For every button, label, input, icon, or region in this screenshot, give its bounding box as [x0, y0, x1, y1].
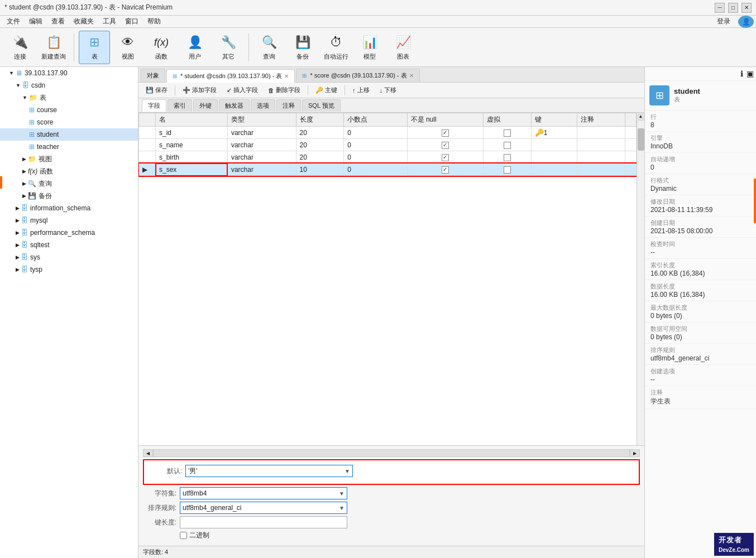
cell-virtual[interactable] [484, 139, 532, 151]
cell-name[interactable]: s_sex [156, 163, 228, 176]
keylength-input[interactable] [180, 516, 347, 528]
toolbar-backup[interactable]: 💾 备份 [287, 31, 318, 64]
sidebar-item-teacher[interactable]: ⊞ teacher [0, 141, 138, 153]
cell-comment[interactable] [577, 127, 625, 139]
field-tab-comments[interactable]: 注释 [276, 99, 301, 112]
sidebar-item-info-schema[interactable]: ▶ 🗄 information_schema [0, 202, 138, 214]
toolbar-user[interactable]: 👤 用户 [179, 31, 210, 64]
table-row-selected[interactable]: ▶ s_sex varchar 10 0 [139, 163, 637, 176]
cell-not-null[interactable] [407, 163, 484, 176]
cell-name[interactable]: s_name [156, 139, 228, 151]
menu-edit[interactable]: 编辑 [25, 16, 47, 27]
tab-student-close[interactable]: ✕ [284, 73, 289, 79]
toolbar-function[interactable]: f(x) 函数 [146, 31, 177, 64]
sidebar-item-student[interactable]: ⊞ student [0, 128, 138, 141]
menu-tools[interactable]: 工具 [98, 16, 121, 27]
toolbar-other[interactable]: 🔧 其它 [213, 31, 244, 64]
cell-length[interactable]: 10 [296, 163, 344, 176]
virtual-checkbox[interactable] [504, 129, 511, 137]
scroll-thumb[interactable] [638, 128, 644, 151]
cell-comment[interactable] [577, 163, 625, 176]
cell-not-null[interactable] [407, 139, 484, 151]
cell-length[interactable]: 20 [296, 139, 344, 151]
minimize-button[interactable]: ─ [715, 3, 725, 13]
not-null-checkbox[interactable] [442, 142, 449, 149]
virtual-checkbox[interactable] [504, 142, 511, 149]
field-tab-index[interactable]: 索引 [168, 99, 192, 112]
sidebar-item-views[interactable]: ▶ 📁 视图 [0, 153, 138, 165]
cell-decimal[interactable]: 0 [344, 139, 407, 151]
toolbar-new-query[interactable]: 📋 新建查询 [38, 31, 69, 64]
field-tab-fields[interactable]: 字段 [142, 99, 166, 112]
cell-decimal[interactable]: 0 [344, 163, 407, 176]
menu-file[interactable]: 文件 [2, 16, 25, 27]
tab-score-close[interactable]: ✕ [409, 73, 414, 79]
sidebar-item-mysql[interactable]: ▶ 🗄 mysql [0, 214, 138, 227]
menu-favorites[interactable]: 收藏夹 [69, 16, 98, 27]
save-button[interactable]: 💾 保存 [142, 84, 171, 97]
toolbar-autorun[interactable]: ⏱ 自动运行 [320, 31, 352, 64]
insert-field-button[interactable]: ↙ 插入字段 [223, 84, 262, 97]
field-tab-triggers[interactable]: 触发器 [219, 99, 250, 112]
sidebar-item-sys[interactable]: ▶ 🗄 sys [0, 251, 138, 263]
tab-object[interactable]: 对象 [141, 69, 165, 82]
cell-type[interactable]: varchar [227, 163, 296, 176]
scroll-up-button[interactable]: ▲ [638, 113, 644, 121]
add-field-button[interactable]: ➕ 添加字段 [179, 84, 221, 97]
cell-type[interactable]: varchar [227, 151, 296, 163]
charset-select[interactable]: utf8mb4 ▼ [180, 487, 347, 499]
menu-help[interactable]: 帮助 [143, 16, 165, 27]
collation-select[interactable]: utf8mb4_general_ci ▼ [180, 502, 347, 514]
binary-checkbox-label[interactable]: 二进制 [180, 531, 209, 540]
scroll-right-button[interactable]: ▶ [630, 449, 640, 457]
cell-comment[interactable] [577, 139, 625, 151]
toolbar-model[interactable]: 📊 模型 [354, 31, 385, 64]
login-button[interactable]: 登录 [712, 16, 735, 27]
tab-student[interactable]: ⊞ * student @csdn (39.103.137.90) - 表 ✕ [166, 69, 295, 83]
table-row[interactable]: s_birth varchar 20 0 [139, 151, 637, 163]
cell-length[interactable]: 20 [296, 127, 344, 139]
cell-not-null[interactable] [407, 151, 484, 163]
cell-type[interactable]: varchar [227, 139, 296, 151]
sidebar-item-performance-schema[interactable]: ▶ 🗄 performance_schema [0, 227, 138, 239]
not-null-checkbox[interactable] [442, 166, 449, 174]
move-down-button[interactable]: ↓ 下移 [376, 84, 401, 97]
close-button[interactable]: ✕ [741, 3, 752, 13]
cell-length[interactable]: 20 [296, 151, 344, 163]
cell-virtual[interactable] [484, 163, 532, 176]
field-tab-foreign-keys[interactable]: 外键 [193, 99, 218, 112]
panel-toggle-icon[interactable]: ▣ [747, 69, 754, 78]
sidebar-item-queries[interactable]: ▶ 🔍 查询 [0, 177, 138, 190]
table-row[interactable]: s_id varchar 20 0 🔑1 [139, 127, 637, 139]
cell-name[interactable]: s_id [156, 127, 228, 139]
sidebar-item-functions[interactable]: ▶ f(x) 函数 [0, 165, 138, 177]
cell-virtual[interactable] [484, 127, 532, 139]
virtual-checkbox[interactable] [504, 166, 511, 174]
sidebar-item-tysp[interactable]: ▶ 🗄 tysp [0, 263, 138, 276]
toolbar-view[interactable]: 👁 视图 [112, 31, 143, 64]
window-controls[interactable]: ─ □ ✕ [715, 3, 752, 13]
menu-view[interactable]: 查看 [47, 16, 69, 27]
toolbar-connect[interactable]: 🔌 连接 [4, 31, 36, 64]
tab-score[interactable]: ⊞ * score @csdn (39.103.137.90) - 表 ✕ [296, 69, 419, 82]
default-value-select[interactable]: '男' ▼ [185, 465, 353, 477]
horizontal-scrollbar[interactable] [153, 449, 630, 457]
cell-comment[interactable] [577, 151, 625, 163]
toolbar-chart[interactable]: 📈 图表 [387, 31, 419, 64]
scroll-left-button[interactable]: ◀ [143, 449, 153, 457]
table-row[interactable]: s_name varchar 20 0 [139, 139, 637, 151]
sidebar-item-course[interactable]: ⊞ course [0, 104, 138, 116]
info-icon[interactable]: ℹ [740, 69, 743, 78]
sidebar-item-sqltest[interactable]: ▶ 🗄 sqltest [0, 239, 138, 251]
field-tab-sql-preview[interactable]: SQL 预览 [302, 99, 341, 112]
cell-decimal[interactable]: 0 [344, 151, 407, 163]
sidebar-item-tables[interactable]: ▼ 📁 表 [0, 92, 138, 104]
vertical-scrollbar[interactable]: ▲ [637, 113, 644, 445]
cell-not-null[interactable] [407, 127, 484, 139]
avatar[interactable]: 👤 [738, 16, 754, 28]
binary-checkbox[interactable] [180, 532, 187, 539]
sidebar-item-backups[interactable]: ▶ 💾 备份 [0, 190, 138, 202]
toolbar-query[interactable]: 🔍 查询 [253, 31, 285, 64]
sidebar-item-csdn[interactable]: ▼ 🗄 csdn [0, 79, 138, 92]
not-null-checkbox[interactable] [442, 129, 449, 137]
